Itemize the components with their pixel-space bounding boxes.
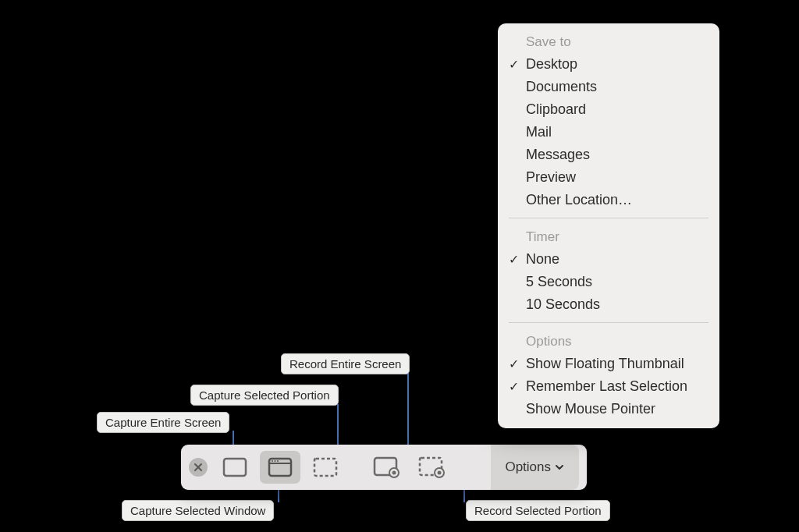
capture-selected-window-icon bbox=[268, 457, 293, 477]
svg-point-12 bbox=[438, 471, 442, 475]
annotation-record-entire-screen: Record Entire Screen bbox=[281, 353, 410, 374]
menu-item-label: Show Mouse Pointer bbox=[526, 401, 655, 417]
menu-item-timer-none[interactable]: ✓None bbox=[498, 248, 719, 271]
menu-item-label: Show Floating Thumbnail bbox=[526, 356, 684, 371]
menu-item-preview[interactable]: Preview bbox=[498, 166, 719, 189]
record-entire-screen-icon bbox=[373, 456, 400, 478]
annotation-line bbox=[407, 373, 409, 449]
record-selected-portion-icon bbox=[418, 456, 445, 478]
menu-item-label: 10 Seconds bbox=[526, 296, 600, 312]
capture-selected-portion-button[interactable] bbox=[305, 451, 346, 484]
menu-item-documents[interactable]: Documents bbox=[498, 76, 719, 98]
menu-item-mouse-pointer[interactable]: Show Mouse Pointer bbox=[498, 398, 719, 420]
annotation-text: Record Selected Portion bbox=[474, 504, 602, 517]
annotation-text: Capture Selected Portion bbox=[199, 388, 330, 402]
menu-item-timer-10s[interactable]: 10 Seconds bbox=[498, 293, 719, 316]
annotation-record-selected-portion: Record Selected Portion bbox=[466, 500, 610, 521]
menu-separator bbox=[509, 322, 708, 323]
checkmark-icon: ✓ bbox=[509, 252, 519, 267]
menu-item-label: None bbox=[526, 251, 559, 267]
options-label: Options bbox=[505, 459, 551, 475]
close-icon bbox=[194, 463, 203, 472]
screenshot-toolbar: Options bbox=[181, 445, 587, 490]
menu-item-messages[interactable]: Messages bbox=[498, 144, 719, 166]
svg-point-4 bbox=[275, 460, 276, 462]
menu-item-label: Documents bbox=[526, 79, 597, 94]
record-entire-screen-button[interactable] bbox=[366, 451, 407, 484]
annotation-text: Capture Selected Window bbox=[130, 504, 265, 517]
options-menu: Save to ✓Desktop Documents Clipboard Mai… bbox=[498, 23, 719, 428]
annotation-capture-entire-screen: Capture Entire Screen bbox=[97, 412, 229, 433]
menu-header-timer: Timer bbox=[498, 225, 719, 248]
menu-item-desktop[interactable]: ✓Desktop bbox=[498, 53, 719, 76]
menu-header-options: Options bbox=[498, 329, 719, 353]
svg-point-9 bbox=[392, 471, 396, 475]
menu-item-timer-5s[interactable]: 5 Seconds bbox=[498, 271, 719, 293]
menu-item-label: Mail bbox=[526, 124, 552, 140]
capture-selected-portion-icon bbox=[313, 457, 338, 477]
checkmark-icon: ✓ bbox=[509, 356, 519, 371]
checkmark-icon: ✓ bbox=[509, 379, 519, 394]
menu-item-other-location[interactable]: Other Location… bbox=[498, 189, 719, 211]
menu-item-label: Desktop bbox=[526, 56, 577, 72]
capture-entire-screen-icon bbox=[222, 457, 247, 477]
menu-item-label: Remember Last Selection bbox=[526, 378, 687, 394]
record-selected-portion-button[interactable] bbox=[411, 451, 452, 484]
close-button[interactable] bbox=[189, 458, 208, 477]
annotation-line bbox=[337, 404, 339, 449]
capture-entire-screen-button[interactable] bbox=[215, 451, 255, 484]
menu-item-clipboard[interactable]: Clipboard bbox=[498, 98, 719, 121]
menu-item-label: Messages bbox=[526, 147, 590, 162]
svg-point-5 bbox=[277, 460, 279, 462]
annotation-text: Capture Entire Screen bbox=[105, 416, 221, 429]
annotation-capture-selected-window: Capture Selected Window bbox=[122, 500, 274, 521]
menu-item-remember-last[interactable]: ✓Remember Last Selection bbox=[498, 375, 719, 398]
menu-item-floating-thumbnail[interactable]: ✓Show Floating Thumbnail bbox=[498, 353, 719, 375]
svg-point-3 bbox=[272, 460, 273, 462]
annotation-capture-selected-portion: Capture Selected Portion bbox=[190, 385, 339, 406]
capture-selected-window-button[interactable] bbox=[260, 451, 300, 484]
menu-item-label: Other Location… bbox=[526, 192, 632, 207]
menu-item-mail[interactable]: Mail bbox=[498, 121, 719, 144]
svg-rect-0 bbox=[224, 459, 246, 476]
menu-item-label: Preview bbox=[526, 169, 576, 185]
options-button[interactable]: Options bbox=[491, 445, 579, 490]
svg-rect-6 bbox=[314, 459, 336, 476]
menu-item-label: 5 Seconds bbox=[526, 274, 592, 289]
menu-item-label: Clipboard bbox=[526, 101, 586, 117]
menu-header-save-to: Save to bbox=[498, 30, 719, 53]
checkmark-icon: ✓ bbox=[509, 57, 519, 72]
annotation-text: Record Entire Screen bbox=[289, 357, 401, 371]
menu-separator bbox=[509, 218, 708, 218]
chevron-down-icon bbox=[554, 462, 565, 473]
